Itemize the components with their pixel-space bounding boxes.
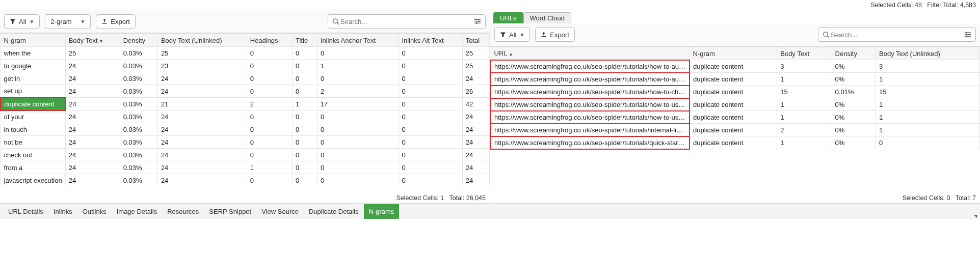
table-cell[interactable]: duplicate content [690, 136, 777, 149]
bottom-tab-url-details[interactable]: URL Details [3, 204, 48, 219]
table-cell[interactable]: 0 [317, 123, 399, 136]
table-cell[interactable]: 26 [462, 85, 489, 98]
table-cell[interactable]: 0.03% [120, 123, 157, 136]
col-header[interactable]: Body Text [65, 34, 120, 47]
bottom-tab-serp-snippet[interactable]: SERP Snippet [204, 204, 256, 219]
table-cell[interactable]: 17 [317, 98, 399, 110]
table-cell[interactable]: 0.03% [120, 161, 157, 174]
table-cell[interactable]: 0% [832, 136, 876, 149]
table-cell[interactable]: 42 [462, 98, 489, 110]
table-row[interactable]: duplicate content240.03%212117042 [1, 98, 490, 110]
table-cell[interactable]: 0 [247, 47, 292, 60]
table-row[interactable]: https://www.screamingfrog.co.uk/seo-spid… [491, 136, 980, 149]
right-table-wrap[interactable]: URLN-gramBody TextDensityBody Text (Unli… [490, 46, 980, 185]
table-cell[interactable]: 0 [399, 149, 462, 161]
col-header[interactable]: Body Text [777, 47, 832, 60]
table-cell[interactable]: check out [1, 149, 65, 161]
table-cell[interactable]: 24 [157, 123, 247, 136]
table-cell[interactable]: duplicate content [690, 124, 777, 136]
table-cell[interactable]: of your [1, 110, 65, 123]
filter-all-button[interactable]: All ▼ [4, 14, 40, 29]
table-cell[interactable]: https://www.screamingfrog.co.uk/seo-spid… [491, 86, 690, 98]
bottom-tab-duplicate-details[interactable]: Duplicate Details [304, 204, 364, 219]
col-header[interactable]: N-gram [690, 47, 777, 60]
table-cell[interactable]: 24 [65, 174, 120, 185]
table-cell[interactable]: 0 [317, 136, 399, 149]
table-cell[interactable]: 0 [293, 161, 317, 174]
table-cell[interactable]: 24 [157, 161, 247, 174]
col-header[interactable]: Inlinks Anchor Text [317, 34, 399, 47]
bottom-tab-inlinks[interactable]: Inlinks [48, 204, 77, 219]
table-cell[interactable]: 0% [832, 60, 876, 73]
table-cell[interactable]: 24 [65, 136, 120, 149]
gram-select[interactable]: 2-gram ▼ [45, 14, 91, 29]
table-cell[interactable]: 24 [157, 149, 247, 161]
table-cell[interactable]: 1 [777, 111, 832, 124]
table-cell[interactable]: javascript execution [1, 174, 65, 185]
table-cell[interactable]: 0.03% [120, 85, 157, 98]
table-row[interactable]: when the250.03%25000025 [1, 47, 490, 60]
table-cell[interactable]: 0 [399, 136, 462, 149]
table-cell[interactable]: 0% [832, 111, 876, 124]
table-cell[interactable]: 24 [462, 136, 489, 149]
col-header[interactable]: Headings [247, 34, 292, 47]
table-cell[interactable]: 0 [399, 98, 462, 110]
table-cell[interactable]: 3 [876, 60, 980, 73]
col-header[interactable]: Title [293, 34, 317, 47]
table-cell[interactable]: 24 [462, 110, 489, 123]
table-cell[interactable]: 0 [317, 72, 399, 85]
table-cell[interactable]: 0 [247, 136, 292, 149]
table-cell[interactable]: 1 [247, 161, 292, 174]
table-cell[interactable]: 24 [65, 123, 120, 136]
table-cell[interactable]: 1 [317, 60, 399, 72]
col-header[interactable]: Inlinks Alt Text [399, 34, 462, 47]
table-cell[interactable]: to google [1, 60, 65, 72]
bottom-tab-outlinks[interactable]: Outlinks [77, 204, 112, 219]
table-cell[interactable]: 24 [462, 123, 489, 136]
bottom-tab-resources[interactable]: Resources [162, 204, 204, 219]
col-header[interactable]: Body Text (Unlinked) [876, 47, 980, 60]
table-cell[interactable]: when the [1, 47, 65, 60]
expand-icon[interactable] [974, 215, 977, 218]
table-cell[interactable]: 0.03% [120, 72, 157, 85]
table-cell[interactable]: 15 [876, 86, 980, 98]
table-cell[interactable]: duplicate content [1, 98, 65, 110]
table-row[interactable]: https://www.screamingfrog.co.uk/seo-spid… [491, 86, 980, 98]
left-search-input[interactable] [339, 17, 474, 26]
table-cell[interactable]: 0 [317, 149, 399, 161]
table-row[interactable]: https://www.screamingfrog.co.uk/seo-spid… [491, 60, 980, 73]
table-cell[interactable]: not be [1, 136, 65, 149]
table-cell[interactable]: 24 [65, 72, 120, 85]
table-cell[interactable]: 0.03% [120, 174, 157, 185]
table-cell[interactable]: 0.03% [120, 136, 157, 149]
table-row[interactable]: in touch240.03%24000024 [1, 123, 490, 136]
table-cell[interactable]: 0 [399, 60, 462, 72]
table-cell[interactable]: 24 [462, 174, 489, 185]
table-cell[interactable]: 2 [247, 98, 292, 110]
table-cell[interactable]: 0 [399, 161, 462, 174]
table-cell[interactable]: 15 [777, 86, 832, 98]
table-cell[interactable]: 0 [399, 110, 462, 123]
col-header[interactable]: Body Text (Unlinked) [157, 34, 247, 47]
table-cell[interactable]: 24 [157, 110, 247, 123]
table-cell[interactable]: 1 [777, 73, 832, 86]
table-cell[interactable]: https://www.screamingfrog.co.uk/seo-spid… [491, 73, 690, 86]
table-cell[interactable]: 0 [399, 72, 462, 85]
table-row[interactable]: of your240.03%24000024 [1, 110, 490, 123]
table-cell[interactable]: 0 [293, 47, 317, 60]
col-header[interactable]: Density [832, 47, 876, 60]
bottom-tab-n-grams[interactable]: N-grams [364, 204, 400, 219]
table-row[interactable]: not be240.03%24000024 [1, 136, 490, 149]
table-cell[interactable]: 21 [157, 98, 247, 110]
table-cell[interactable]: 1 [777, 136, 832, 149]
table-cell[interactable]: 25 [462, 47, 489, 60]
col-header[interactable]: Total [462, 34, 489, 47]
table-cell[interactable]: 1 [876, 98, 980, 111]
table-row[interactable]: to google240.03%23001025 [1, 60, 490, 72]
table-cell[interactable]: 2 [317, 85, 399, 98]
table-row[interactable]: javascript execution240.03%24000024 [1, 174, 490, 185]
table-cell[interactable]: 1 [876, 111, 980, 124]
table-cell[interactable]: 0 [247, 123, 292, 136]
table-cell[interactable]: duplicate content [690, 73, 777, 86]
table-row[interactable]: check out240.03%24000024 [1, 149, 490, 161]
